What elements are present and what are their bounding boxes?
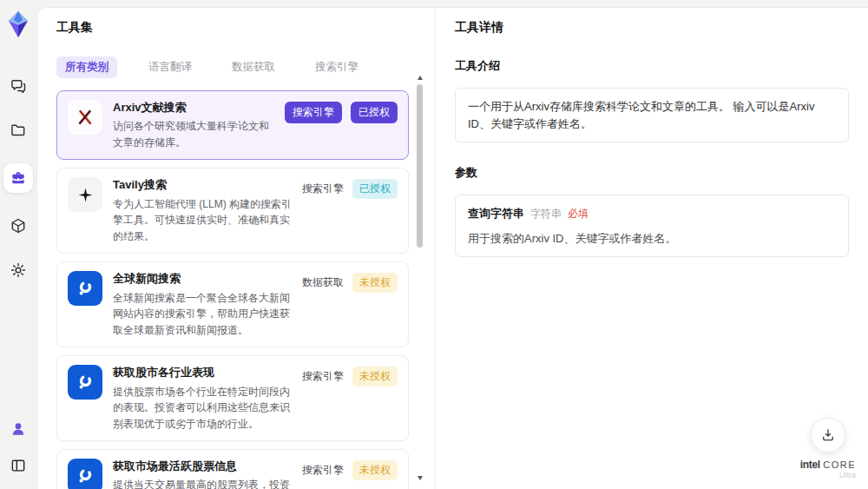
download-icon: [820, 427, 836, 443]
arxiv-icon: [68, 100, 102, 135]
category-tag: 数据获取: [302, 275, 344, 290]
tool-title: Arxiv文献搜索: [113, 100, 274, 116]
app-root: 工具集 所有类别语言翻译数据获取搜索引擎 Arxiv文献搜索访问各个研究领域大量…: [0, 0, 868, 489]
sidebar-item-cube[interactable]: [7, 215, 30, 237]
category-tag: 搜索引擎: [302, 369, 344, 384]
detail-title: 工具详情: [455, 20, 849, 36]
sidebar-bottom: [7, 418, 30, 477]
tab-category[interactable]: 数据获取: [223, 56, 284, 78]
main-panel: 工具集 所有类别语言翻译数据获取搜索引擎 Arxiv文献搜索访问各个研究领域大量…: [36, 7, 868, 489]
category-tag: 搜索引擎: [285, 102, 342, 123]
category-tag: 搜索引擎: [302, 463, 344, 478]
briefcase-icon: [10, 169, 27, 187]
detail-pane: 工具详情 工具介绍 一个用于从Arxiv存储库搜索科学论文和文章的工具。 输入可…: [435, 8, 868, 489]
scroll-down-arrow-icon[interactable]: [418, 476, 423, 480]
page-title: 工具集: [56, 20, 409, 36]
app-logo-icon: [3, 10, 33, 39]
tool-card[interactable]: 获取市场最活跃股票信息提供当天交易量最高的股票列表，投资者可以利用这些信息来识别…: [56, 449, 409, 489]
sidebar-item-layout-panel[interactable]: [7, 454, 30, 477]
param-desc: 用于搜索的Arxiv ID、关键字或作者姓名。: [468, 230, 836, 248]
tool-card[interactable]: 全球新闻搜索全球新闻搜索是一个聚合全球各大新闻网站内容的搜索引擎，帮助用户快速获…: [56, 261, 409, 347]
params-heading: 参数: [455, 165, 849, 181]
sidebar-item-gear[interactable]: [7, 259, 30, 281]
gear-icon: [10, 261, 27, 279]
auth-badge: 未授权: [352, 460, 398, 480]
tool-title: 全球新闻搜索: [113, 271, 292, 287]
layout-panel-icon: [10, 457, 27, 474]
list-scrollbar[interactable]: [416, 76, 424, 480]
param-box: 查询字符串 字符串 必填 用于搜索的Arxiv ID、关键字或作者姓名。: [455, 195, 849, 257]
sidebar-item-user[interactable]: [7, 418, 30, 440]
sidebar-nav: [3, 75, 33, 281]
tool-card[interactable]: Arxiv文献搜索访问各个研究领域大量科学论文和文章的存储库。搜索引擎已授权: [56, 90, 409, 160]
user-icon: [10, 420, 27, 438]
tool-title: 获取市场最活跃股票信息: [113, 459, 292, 474]
sidebar: [0, 0, 36, 489]
tool-title: 获取股市各行业表现: [113, 365, 292, 380]
scroll-up-arrow-icon[interactable]: [418, 76, 423, 80]
cube-icon: [10, 217, 27, 235]
tavily-icon: [68, 177, 102, 212]
tool-title: Tavily搜索: [113, 177, 292, 193]
brand-sub-text: Ultra: [800, 472, 856, 480]
tool-card-list: Arxiv文献搜索访问各个研究领域大量科学论文和文章的存储库。搜索引擎已授权Ta…: [56, 90, 409, 489]
sidebar-item-chat[interactable]: [7, 75, 30, 97]
intro-heading: 工具介绍: [455, 58, 849, 74]
news-app-icon: [68, 459, 102, 489]
tool-card[interactable]: Tavily搜索专为人工智能代理 (LLM) 构建的搜索引擎工具。可快速提供实时…: [56, 168, 409, 254]
auth-badge: 已授权: [352, 179, 398, 199]
auth-badge: 已授权: [351, 102, 398, 123]
news-app-icon: [68, 365, 102, 400]
tool-desc: 提供当天交易量最高的股票列表，投资者可以利用这些信息来识别流动性强的股票和潜在的…: [113, 477, 292, 489]
sidebar-item-folder[interactable]: [7, 119, 30, 142]
floating-corner: intel CORE Ultra: [800, 418, 856, 480]
tool-desc: 提供股票市场各个行业在特定时间段内的表现。投资者可以利用这些信息来识别表现优于或…: [113, 384, 292, 433]
sidebar-item-briefcase[interactable]: [3, 163, 33, 193]
category-tabs: 所有类别语言翻译数据获取搜索引擎: [56, 56, 409, 78]
intel-core-logo: intel CORE Ultra: [800, 459, 856, 480]
tool-desc: 访问各个研究领域大量科学论文和文章的存储库。: [113, 118, 274, 150]
auth-badge: 未授权: [352, 273, 398, 293]
chat-icon: [10, 77, 27, 95]
param-name: 查询字符串: [468, 205, 524, 222]
app-logo[interactable]: [3, 9, 34, 40]
tab-category[interactable]: 所有类别: [56, 56, 117, 78]
toolset-pane: 工具集 所有类别语言翻译数据获取搜索引擎 Arxiv文献搜索访问各个研究领域大量…: [37, 8, 435, 489]
download-button[interactable]: [811, 418, 845, 453]
brand-text: intel CORE: [800, 459, 856, 471]
param-head: 查询字符串 字符串 必填: [468, 205, 836, 222]
news-app-icon: [68, 271, 102, 306]
tool-desc: 全球新闻搜索是一个聚合全球各大新闻网站内容的搜索引擎，帮助用户快速获取全球最新资…: [113, 290, 292, 339]
scrollbar-thumb[interactable]: [417, 84, 423, 248]
auth-badge: 未授权: [352, 367, 398, 387]
param-type: 字符串: [530, 206, 562, 221]
category-tag: 搜索引擎: [302, 182, 344, 196]
tool-desc: 专为人工智能代理 (LLM) 构建的搜索引擎工具。可快速提供实时、准确和真实的结…: [113, 196, 292, 245]
folder-icon: [10, 122, 27, 139]
param-required-badge: 必填: [568, 206, 589, 221]
tab-category[interactable]: 搜索引擎: [306, 56, 367, 78]
tool-card[interactable]: 获取股市各行业表现提供股票市场各个行业在特定时间段内的表现。投资者可以利用这些信…: [56, 355, 409, 441]
intro-box: 一个用于从Arxiv存储库搜索科学论文和文章的工具。 输入可以是Arxiv ID…: [455, 88, 849, 142]
tab-category[interactable]: 语言翻译: [140, 56, 201, 78]
